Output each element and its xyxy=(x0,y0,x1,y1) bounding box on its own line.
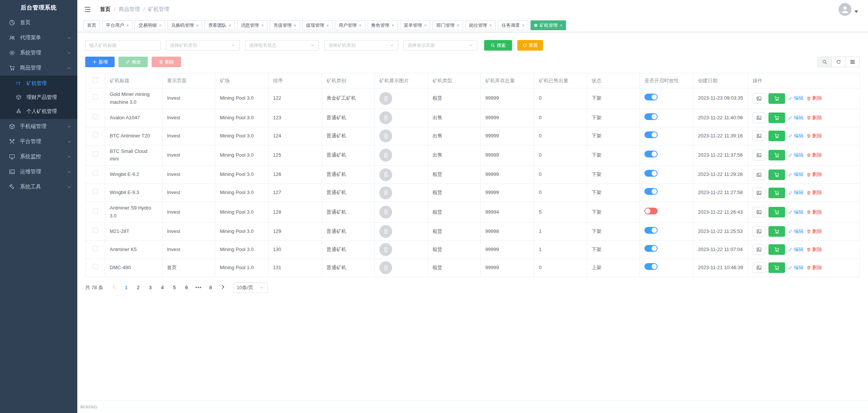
pagination-page-4[interactable]: 4 xyxy=(158,285,167,290)
row-image-button[interactable] xyxy=(753,244,765,255)
table-search-button[interactable] xyxy=(817,57,832,67)
row-checkbox[interactable] xyxy=(93,189,98,194)
row-image-button[interactable] xyxy=(753,150,765,160)
tab-post-management[interactable]: 岗位管理× xyxy=(465,20,495,30)
tab-department-management[interactable]: 部门管理× xyxy=(432,20,463,30)
pagination-prev-button[interactable] xyxy=(110,284,118,291)
breadcrumb-item[interactable]: 商品管理 xyxy=(119,6,140,13)
row-delete-link[interactable]: 删除 xyxy=(807,171,822,179)
user-menu[interactable] xyxy=(839,3,858,16)
tab-home[interactable]: 首页 xyxy=(83,20,100,30)
row-checkbox[interactable] xyxy=(93,246,98,251)
pagination-page-3[interactable]: 3 xyxy=(146,285,155,290)
row-edit-link[interactable]: 编辑 xyxy=(788,228,804,236)
table-columns-button[interactable] xyxy=(845,57,860,67)
tab-platform-users[interactable]: 平台用户× xyxy=(102,20,132,30)
row-image-button[interactable] xyxy=(753,170,765,180)
sidebar-item-mobile-management[interactable]: 手机端管理 xyxy=(0,119,77,134)
row-image-button[interactable] xyxy=(753,131,765,141)
row-edit-link[interactable]: 编辑 xyxy=(788,114,804,122)
timeliness-toggle[interactable] xyxy=(644,94,658,100)
sidebar-item-personal-miner-management[interactable]: 个人矿机管理 xyxy=(0,104,77,118)
page-size-select[interactable]: 10条/页 xyxy=(233,282,268,293)
rent-status-select[interactable]: 选择租售状态 xyxy=(245,40,319,51)
edit-button[interactable]: 修改 xyxy=(118,57,148,67)
row-checkbox[interactable] xyxy=(93,171,98,176)
row-checkbox[interactable] xyxy=(93,114,98,119)
row-cart-button[interactable] xyxy=(768,262,785,273)
tab-transaction-details[interactable]: 交易明细× xyxy=(135,20,165,30)
sidebar-item-agent-menu[interactable]: 代理菜单 xyxy=(0,30,77,45)
row-cart-button[interactable] xyxy=(768,93,785,104)
search-button[interactable]: 搜索 xyxy=(484,40,512,51)
tab-close-icon[interactable]: × xyxy=(229,23,231,28)
row-checkbox[interactable] xyxy=(93,208,98,214)
row-edit-link[interactable]: 编辑 xyxy=(788,208,804,216)
row-checkbox[interactable] xyxy=(93,132,98,137)
sidebar-item-home[interactable]: 首页 xyxy=(0,15,77,30)
timeliness-toggle[interactable] xyxy=(644,263,658,270)
tab-close-icon[interactable]: × xyxy=(424,23,426,28)
sidebar-item-system-monitor[interactable]: 系统监控 xyxy=(0,149,77,164)
row-cart-button[interactable] xyxy=(768,244,785,255)
tab-close-icon[interactable]: × xyxy=(359,23,361,28)
tab-close-icon[interactable]: × xyxy=(327,23,329,28)
tab-user-management[interactable]: 用户管理× xyxy=(335,20,365,30)
tab-menu-management[interactable]: 菜单管理× xyxy=(400,20,430,30)
breadcrumb-item[interactable]: 首页 xyxy=(100,6,110,13)
row-image-button[interactable] xyxy=(753,93,765,104)
row-edit-link[interactable]: 编辑 xyxy=(788,94,804,102)
row-delete-link[interactable]: 删除 xyxy=(807,228,822,236)
row-delete-link[interactable]: 删除 xyxy=(807,208,822,216)
tab-recharge-management[interactable]: 充值管理× xyxy=(270,20,300,30)
table-refresh-button[interactable] xyxy=(831,57,846,67)
row-cart-button[interactable] xyxy=(768,112,785,123)
row-edit-link[interactable]: 编辑 xyxy=(788,171,804,179)
tab-close-icon[interactable]: × xyxy=(126,23,129,28)
tab-close-icon[interactable]: × xyxy=(457,23,459,28)
timeliness-toggle[interactable] xyxy=(644,245,658,252)
tab-close-icon[interactable]: × xyxy=(159,23,161,28)
timeliness-toggle[interactable] xyxy=(644,227,658,234)
pagination-page-2[interactable]: 2 xyxy=(134,285,143,290)
display-page-select[interactable]: 选择展示页面 xyxy=(403,40,477,51)
tab-redeem-code-management[interactable]: 兑换码管理× xyxy=(167,20,202,30)
row-image-button[interactable] xyxy=(753,226,765,237)
reset-button[interactable]: 重置 xyxy=(517,40,543,51)
timeliness-toggle[interactable] xyxy=(644,113,658,120)
row-image-button[interactable] xyxy=(753,207,765,217)
row-edit-link[interactable]: 编辑 xyxy=(788,246,804,254)
tab-view-team[interactable]: 查看团队× xyxy=(204,20,235,30)
row-delete-link[interactable]: 删除 xyxy=(807,246,822,254)
row-image-button[interactable] xyxy=(753,188,765,198)
timeliness-toggle[interactable] xyxy=(644,131,658,138)
row-edit-link[interactable]: 编辑 xyxy=(788,189,804,197)
row-edit-link[interactable]: 编辑 xyxy=(788,132,804,140)
add-button[interactable]: 新增 xyxy=(85,57,115,67)
row-delete-link[interactable]: 删除 xyxy=(807,189,822,197)
row-checkbox[interactable] xyxy=(93,264,98,269)
row-delete-link[interactable]: 删除 xyxy=(807,132,822,140)
pagination-page-1[interactable]: 1 xyxy=(122,285,130,290)
row-cart-button[interactable] xyxy=(768,170,785,180)
timeliness-toggle[interactable] xyxy=(644,208,658,214)
pagination-next-button[interactable] xyxy=(219,284,227,291)
pagination-page-8[interactable]: 8 xyxy=(207,285,215,290)
row-cart-button[interactable] xyxy=(768,150,785,160)
tab-close-icon[interactable]: × xyxy=(261,23,264,28)
row-delete-link[interactable]: 删除 xyxy=(807,114,822,122)
select-all-checkbox[interactable] xyxy=(93,77,98,83)
avatar[interactable] xyxy=(839,3,851,16)
row-delete-link[interactable]: 删除 xyxy=(807,94,822,102)
pagination-page-6[interactable]: 6 xyxy=(182,285,191,290)
tab-task-schedule[interactable]: 任务调度× xyxy=(498,20,528,30)
tab-close-icon[interactable]: × xyxy=(392,23,394,28)
sidebar-item-ops-management[interactable]: 运维管理 xyxy=(0,164,77,179)
timeliness-toggle[interactable] xyxy=(644,188,658,195)
row-image-button[interactable] xyxy=(753,262,765,273)
tab-close-icon[interactable]: × xyxy=(560,23,562,28)
tab-close-icon[interactable]: × xyxy=(196,23,198,28)
row-delete-link[interactable]: 删除 xyxy=(807,264,822,272)
sidebar-item-miner-management[interactable]: TT矿机管理 xyxy=(0,76,77,90)
sidebar-item-finance-product-management[interactable]: 理财产品管理 xyxy=(0,90,77,104)
